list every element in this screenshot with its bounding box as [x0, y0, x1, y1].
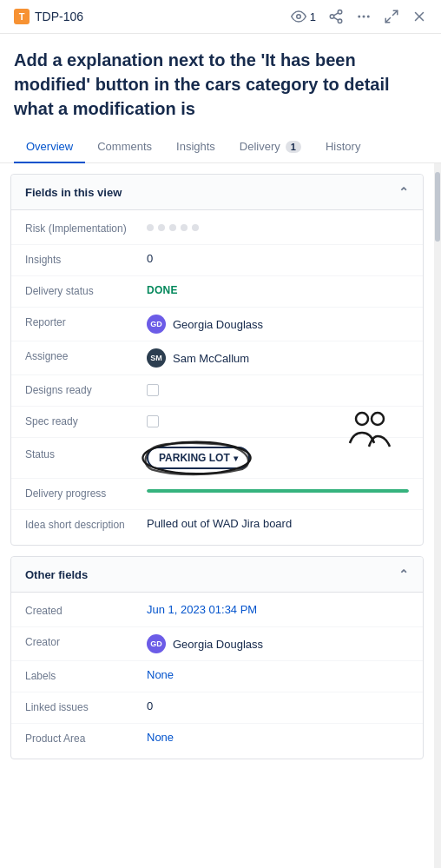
other-fields-section-title: Other fields: [25, 568, 88, 581]
main-content: Fields in this view ⌃ Risk (Implementati…: [0, 163, 441, 868]
fields-table: Risk (Implementation) Insights: [11, 210, 423, 545]
other-fields-section: Other fields ⌃ Created Jun 1, 2023 01:34…: [10, 556, 424, 759]
tab-insights[interactable]: Insights: [164, 131, 227, 163]
field-row-status: Status PARKING LOT ▾: [11, 438, 423, 479]
field-row-creator: Creator GD Georgia Douglass: [11, 627, 423, 661]
scrollbar-thumb[interactable]: [435, 172, 440, 242]
spec-ready-checkbox[interactable]: [147, 415, 159, 427]
close-button[interactable]: [411, 9, 427, 24]
field-row-idea-description: Idea short description Pulled out of WAD…: [11, 510, 423, 541]
field-row-delivery-status: Delivery status DONE: [11, 276, 423, 308]
field-label-reporter: Reporter: [25, 315, 147, 328]
labels-value[interactable]: None: [147, 668, 174, 681]
field-row-labels: Labels None: [11, 661, 423, 692]
fields-section: Fields in this view ⌃ Risk (Implementati…: [10, 174, 424, 546]
fields-section-header: Fields in this view ⌃: [11, 175, 423, 210]
other-fields-table: Created Jun 1, 2023 01:34 PM Creator GD …: [11, 593, 423, 759]
content-area: Fields in this view ⌃ Risk (Implementati…: [0, 163, 434, 868]
creator-avatar: GD: [147, 634, 166, 653]
risk-dot-5: [192, 224, 199, 231]
field-label-delivery-status: Delivery status: [25, 283, 147, 297]
field-value-idea-description[interactable]: Pulled out of WAD Jira board: [147, 517, 409, 530]
risk-dot-3: [169, 224, 176, 231]
field-value-product-area: None: [147, 731, 409, 744]
designs-ready-checkbox[interactable]: [147, 384, 159, 396]
svg-line-4: [333, 17, 338, 20]
status-pill[interactable]: PARKING LOT ▾: [147, 447, 250, 469]
field-row-product-area: Product Area None: [11, 724, 423, 755]
risk-dots[interactable]: [147, 221, 409, 231]
field-label-linked-issues: Linked issues: [25, 699, 147, 713]
reporter-avatar: GD: [147, 315, 166, 334]
product-area-value[interactable]: None: [147, 731, 174, 744]
status-pill-text: PARKING LOT: [159, 452, 230, 464]
field-row-reporter: Reporter GD Georgia Douglass: [11, 308, 423, 341]
share-icon: [328, 9, 344, 24]
field-row-assignee: Assignee SM Sam McCallum: [11, 341, 423, 375]
field-label-status: Status: [25, 447, 147, 461]
reporter-name[interactable]: Georgia Douglass: [173, 318, 263, 331]
expand-button[interactable]: [384, 9, 399, 24]
risk-dot-4: [181, 224, 188, 231]
svg-line-10: [385, 18, 390, 23]
svg-line-9: [393, 10, 398, 15]
expand-icon: [384, 9, 399, 24]
fields-section-title: Fields in this view: [25, 186, 122, 199]
field-label-labels: Labels: [25, 668, 147, 682]
field-label-designs-ready: Designs ready: [25, 382, 147, 396]
delivery-status-done[interactable]: DONE: [147, 284, 178, 296]
field-label-spec-ready: Spec ready: [25, 414, 147, 427]
tab-comments[interactable]: Comments: [85, 131, 164, 163]
field-label-insights: Insights: [25, 252, 147, 266]
reporter-user-row: GD Georgia Douglass: [147, 315, 409, 334]
field-value-designs-ready: [147, 382, 409, 396]
assignee-name[interactable]: Sam McCallum: [173, 352, 249, 365]
field-row-insights: Insights 0: [11, 245, 423, 276]
field-label-risk: Risk (Implementation): [25, 221, 147, 235]
svg-line-5: [333, 13, 338, 16]
svg-point-0: [297, 15, 301, 19]
close-icon: [411, 9, 427, 24]
ticket-id-wrapper: T TDP-106: [14, 9, 280, 24]
tab-delivery[interactable]: Delivery 1: [227, 131, 313, 163]
page-title: Add a explanation next to the 'It has be…: [0, 34, 441, 131]
field-value-assignee: SM Sam McCallum: [147, 348, 409, 368]
watchers-count: 1: [310, 10, 316, 23]
field-value-risk: [147, 221, 409, 231]
tabs-bar: Overview Comments Insights Delivery 1 Hi…: [0, 131, 441, 163]
field-row-spec-ready: Spec ready: [11, 407, 423, 438]
tab-history[interactable]: History: [313, 131, 372, 163]
status-dropdown-arrow: ▾: [234, 454, 238, 463]
tab-overview[interactable]: Overview: [14, 131, 85, 163]
other-fields-section-header: Other fields ⌃: [11, 557, 423, 593]
progress-bar-container: [147, 489, 409, 493]
created-date[interactable]: Jun 1, 2023 01:34 PM: [147, 603, 257, 616]
watchers-button[interactable]: 1: [291, 9, 316, 24]
fields-section-collapse-icon[interactable]: ⌃: [398, 185, 409, 199]
more-button[interactable]: [356, 9, 372, 24]
share-button[interactable]: [328, 9, 344, 24]
field-value-delivery-progress: [147, 486, 409, 493]
field-value-linked-issues[interactable]: 0: [147, 699, 409, 712]
delivery-badge: 1: [286, 141, 301, 153]
field-label-idea-description: Idea short description: [25, 517, 147, 531]
field-value-reporter: GD Georgia Douglass: [147, 315, 409, 334]
field-value-labels: None: [147, 668, 409, 681]
other-fields-section-collapse-icon[interactable]: ⌃: [398, 567, 409, 581]
assignee-avatar: SM: [147, 348, 166, 368]
eye-icon: [291, 9, 306, 24]
field-label-created: Created: [25, 603, 147, 617]
field-label-delivery-progress: Delivery progress: [25, 486, 147, 500]
ticket-type-icon: T: [14, 9, 30, 24]
svg-point-7: [363, 16, 365, 18]
risk-dot-1: [147, 224, 154, 231]
header-bar: T TDP-106 1: [0, 0, 441, 34]
field-row-risk: Risk (Implementation): [11, 214, 423, 245]
field-value-spec-ready: [147, 414, 409, 427]
field-row-designs-ready: Designs ready: [11, 375, 423, 407]
creator-name[interactable]: Georgia Douglass: [173, 638, 263, 651]
ticket-id: TDP-106: [35, 10, 83, 23]
scrollbar[interactable]: [434, 163, 441, 868]
field-value-status: PARKING LOT ▾: [147, 447, 409, 469]
field-row-created: Created Jun 1, 2023 01:34 PM: [11, 596, 423, 627]
